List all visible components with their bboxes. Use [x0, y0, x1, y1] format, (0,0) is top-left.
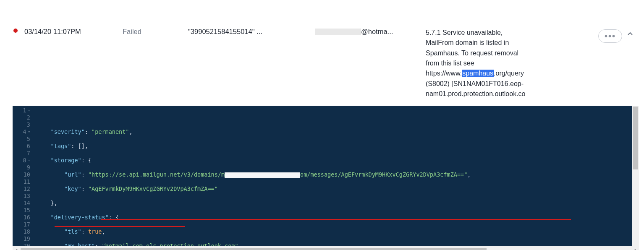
delivery-message: 5.7.1 Service unavailable, MailFrom doma… — [422, 28, 530, 99]
recipient-suffix: @hotma... — [361, 28, 393, 36]
line-number: 18 — [13, 228, 32, 235]
line-number: 2 — [13, 114, 32, 121]
line-number: 19 — [13, 235, 32, 242]
line-number: 16 — [13, 214, 32, 221]
vertical-scrollbar[interactable] — [632, 106, 639, 246]
code-panel: 1 2 3 4 5 6 7 8 9 10 11 12 13 14 15 16 1… — [13, 106, 639, 246]
code-line: "delivery-status": { — [37, 214, 639, 221]
line-number: 3 — [13, 121, 32, 128]
url-redaction — [225, 172, 300, 178]
code-editor[interactable]: 1 2 3 4 5 6 7 8 9 10 11 12 13 14 15 16 1… — [13, 106, 639, 246]
page: 03/14/20 11:07PM Failed "399052158415501… — [0, 0, 644, 250]
line-number: 9 — [13, 164, 32, 171]
line-number: 17 — [13, 221, 32, 228]
line-number: 15 — [13, 207, 32, 214]
horizontal-scroll-thumb[interactable] — [21, 248, 487, 250]
line-number: 14 — [13, 200, 32, 207]
date-cell: 03/14/20 11:07PM — [21, 28, 119, 36]
code-line: "storage": { — [37, 157, 639, 164]
code-line: "severity": "permanent", — [37, 128, 639, 135]
line-number: 12 — [13, 185, 32, 193]
line-number: 5 — [13, 135, 32, 143]
scroll-right-icon[interactable] — [632, 247, 639, 250]
line-number: 10 — [13, 171, 32, 178]
recipient-cell: @hotma... — [311, 28, 422, 36]
subject-cell: "3990521584155014" ... — [185, 28, 311, 36]
status-cell: Failed — [119, 28, 185, 36]
scroll-left-icon[interactable] — [13, 247, 20, 250]
line-number: 1 — [13, 107, 32, 114]
code-line — [37, 114, 639, 121]
code-line: "mx-host": "hotmail-com.olc.protection.o… — [37, 242, 639, 246]
collapse-icon[interactable] — [626, 29, 635, 39]
vertical-scroll-thumb[interactable] — [633, 107, 638, 169]
horizontal-scrollbar[interactable] — [13, 246, 639, 250]
line-number: 7 — [13, 150, 32, 157]
code-line: "key": "AgEFvrmkDyM9HKxvCgZGRYv2DVpA3cfm… — [37, 185, 639, 193]
log-row[interactable]: 03/14/20 11:07PM Failed "399052158415501… — [0, 24, 644, 102]
code-line: "url": "https://se.api.mailgun.net/v3/do… — [37, 171, 639, 178]
red-underline-icon — [101, 219, 571, 220]
line-gutter: 1 2 3 4 5 6 7 8 9 10 11 12 13 14 15 16 1… — [13, 106, 34, 246]
code-line: "tags": [], — [37, 143, 639, 150]
code-content: "severity": "permanent", "tags": [], "st… — [34, 106, 639, 246]
red-underline-icon — [55, 226, 185, 227]
code-line: }, — [37, 200, 639, 207]
status-dot-icon — [13, 29, 18, 33]
line-number: 11 — [13, 178, 32, 185]
more-actions-button[interactable]: ••• — [598, 29, 622, 43]
recipient-redaction — [315, 29, 361, 35]
line-number: 20 — [13, 242, 32, 246]
horizontal-scroll-track[interactable] — [20, 247, 632, 250]
highlighted-term: spamhaus — [462, 70, 494, 77]
line-number: 13 — [13, 193, 32, 200]
line-number: 8 — [13, 157, 32, 164]
top-border — [0, 0, 644, 9]
line-number: 6 — [13, 143, 32, 150]
code-line: "tls": true, — [37, 228, 639, 235]
line-number: 4 — [13, 128, 32, 135]
